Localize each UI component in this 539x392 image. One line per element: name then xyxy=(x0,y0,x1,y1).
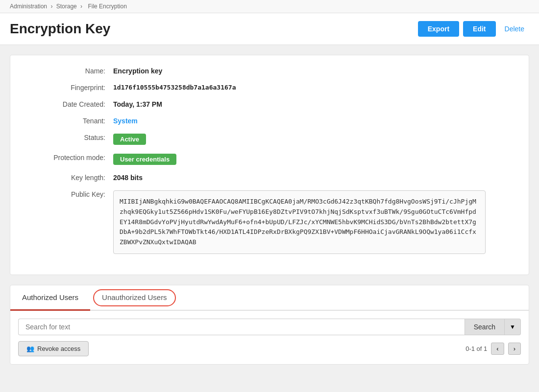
name-label: Name: xyxy=(25,67,113,75)
actions-row: 👥 Revoke access 0-1 of 1 ‹ › xyxy=(18,341,521,356)
protection-label: Protection mode: xyxy=(25,154,113,161)
protection-row: Protection mode: User credentials xyxy=(25,154,514,165)
search-row: Search ▼ xyxy=(18,319,521,335)
status-row: Status: Active xyxy=(25,134,514,145)
search-button[interactable]: Search xyxy=(465,319,505,335)
protection-badge: User credentials xyxy=(113,154,176,165)
publickey-row: Public Key: MIIBIjANBgkqhkiG9w0BAQEFAAOC… xyxy=(25,190,514,254)
date-label: Date Created: xyxy=(25,100,113,108)
breadcrumb: Administration › Storage › File Encrypti… xyxy=(0,0,539,13)
header-actions: Export Edit Delete xyxy=(418,21,529,37)
detail-card: Name: Encryption key Fingerprint: 1d176f… xyxy=(10,55,529,275)
status-label: Status: xyxy=(25,134,113,141)
tenant-value[interactable]: System xyxy=(113,117,138,125)
breadcrumb-admin[interactable]: Administration xyxy=(10,3,47,10)
publickey-value: MIIBIjANBgkqhkiG9w0BAQEFAAOCAQ8AMIIBCgKC… xyxy=(113,190,486,254)
tenant-label: Tenant: xyxy=(25,117,113,125)
pagination-text: 0-1 of 1 xyxy=(466,345,487,352)
info-table: Name: Encryption key Fingerprint: 1d176f… xyxy=(25,67,514,254)
status-badge: Active xyxy=(113,134,146,145)
tab-unauthorized[interactable]: Unauthorized Users xyxy=(90,285,179,311)
fingerprint-value: 1d176f10555b4753258db7a1a6a3167a xyxy=(113,84,236,91)
fingerprint-label: Fingerprint: xyxy=(25,84,113,92)
revoke-access-button[interactable]: 👥 Revoke access xyxy=(18,341,89,356)
keylength-label: Key length: xyxy=(25,174,113,182)
name-row: Name: Encryption key xyxy=(25,67,514,75)
breadcrumb-current: File Encryption xyxy=(88,3,126,10)
page-header: Encryption Key Export Edit Delete xyxy=(0,13,539,45)
publickey-label: Public Key: xyxy=(25,190,113,198)
delete-button[interactable]: Delete xyxy=(500,21,529,37)
tab-authorized[interactable]: Authorized Users xyxy=(10,285,90,311)
edit-button[interactable]: Edit xyxy=(463,21,495,37)
tenant-row: Tenant: System xyxy=(25,117,514,125)
breadcrumb-storage[interactable]: Storage xyxy=(56,3,77,10)
tabs-section: Authorized Users Unauthorized Users Sear… xyxy=(10,285,529,365)
search-input[interactable] xyxy=(18,319,465,335)
date-value: Today, 1:37 PM xyxy=(113,100,162,108)
date-row: Date Created: Today, 1:37 PM xyxy=(25,100,514,108)
page-title: Encryption Key xyxy=(10,21,110,37)
keylength-value: 2048 bits xyxy=(113,174,143,182)
export-button[interactable]: Export xyxy=(418,21,459,37)
prev-page-button[interactable]: ‹ xyxy=(491,343,504,355)
name-value: Encryption key xyxy=(113,67,162,75)
fingerprint-row: Fingerprint: 1d176f10555b4753258db7a1a6a… xyxy=(25,84,514,92)
search-dropdown-button[interactable]: ▼ xyxy=(505,319,521,335)
search-button-group: Search ▼ xyxy=(465,319,521,335)
next-page-button[interactable]: › xyxy=(508,343,521,355)
pagination: 0-1 of 1 ‹ › xyxy=(466,343,521,355)
keylength-row: Key length: 2048 bits xyxy=(25,174,514,182)
revoke-icon: 👥 xyxy=(26,345,34,352)
tab-content: Search ▼ 👥 Revoke access 0-1 of 1 ‹ › xyxy=(10,311,529,364)
tabs-header: Authorized Users Unauthorized Users xyxy=(10,285,529,311)
